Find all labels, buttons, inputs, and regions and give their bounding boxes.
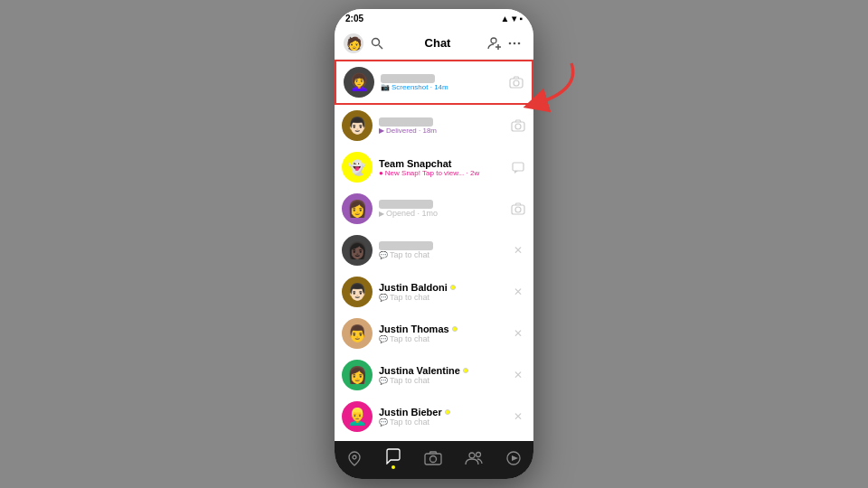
avatar-team-snapchat: 👻 bbox=[342, 152, 373, 183]
chat-name-justin-thomas: Justin Thomas bbox=[379, 324, 510, 334]
chat-action-team-snapchat[interactable] bbox=[510, 159, 526, 175]
avatar-blurred3: 👩🏿 bbox=[342, 235, 373, 266]
chat-name-testing: Testing bbox=[381, 74, 508, 83]
dismiss-justin-baldoni[interactable]: ✕ bbox=[510, 284, 526, 300]
chat-name-justin-baldoni: Justin Baldoni bbox=[379, 282, 510, 293]
chat-sub-blurred3: 💬 Tap to chat bbox=[379, 250, 510, 259]
svg-point-17 bbox=[429, 456, 436, 463]
dismiss-blurred3[interactable]: ✕ bbox=[510, 242, 526, 258]
svg-rect-12 bbox=[513, 163, 524, 171]
chat-name-justina-valentine: Justina Valentine bbox=[379, 365, 510, 376]
chat-info-testing: Testing 📷 Screenshot · 14m bbox=[381, 74, 508, 91]
avatar-justin-bieber: 👱‍♂️ bbox=[342, 401, 373, 432]
camera-action-testing[interactable] bbox=[508, 74, 524, 90]
svg-point-11 bbox=[515, 124, 521, 129]
chat-item-testing[interactable]: 👩‍🦱 Testing 📷 Screenshot · 14m bbox=[335, 60, 533, 105]
dismiss-justina-valentine[interactable]: ✕ bbox=[510, 367, 526, 383]
chat-info-blurred3: 💬 Tap to chat bbox=[379, 241, 510, 259]
nav-bar bbox=[335, 441, 533, 479]
chat-name-team-snapchat: Team Snapchat bbox=[379, 158, 510, 169]
chat-list: 👩‍🦱 Testing 📷 Screenshot · 14m bbox=[335, 60, 533, 441]
wifi-icon: ▾ bbox=[512, 14, 516, 23]
chat-name-blurred1 bbox=[379, 117, 510, 127]
avatar-justin-thomas: 👨 bbox=[342, 318, 373, 349]
chat-item-blurred1[interactable]: 👨🏻 ▶ Delivered · 18m bbox=[335, 105, 533, 146]
search-button[interactable] bbox=[368, 34, 386, 52]
svg-point-19 bbox=[476, 453, 481, 457]
chat-info-team-snapchat: Team Snapchat ● New Snap! Tap to view...… bbox=[379, 158, 510, 177]
nav-item-chat[interactable] bbox=[378, 445, 409, 473]
nav-item-camera[interactable] bbox=[417, 447, 449, 469]
chat-item-team-snapchat[interactable]: 👻 Team Snapchat ● New Snap! Tap to view.… bbox=[335, 146, 533, 188]
nav-item-stories[interactable] bbox=[498, 446, 529, 470]
svg-point-9 bbox=[514, 80, 519, 86]
chat-item-justin-bieber[interactable]: 👱‍♂️ Justin Bieber 💬 Tap to chat ✕ bbox=[335, 396, 533, 437]
status-bar: 2:05 ▲ ▾ ▪ bbox=[335, 9, 533, 27]
svg-rect-16 bbox=[425, 454, 441, 465]
chat-item-justin-thomas[interactable]: 👨 Justin Thomas 💬 Tap to chat ✕ bbox=[335, 313, 533, 354]
chat-sub-justin-bieber: 💬 Tap to chat bbox=[379, 418, 510, 427]
chat-sub-justin-thomas: 💬 Tap to chat bbox=[379, 334, 510, 343]
svg-point-5 bbox=[509, 42, 512, 44]
svg-point-2 bbox=[491, 38, 496, 43]
chat-info-justin-baldoni: Justin Baldoni 💬 Tap to chat bbox=[379, 282, 510, 302]
chat-item-justin-baldoni[interactable]: 👨🏻 Justin Baldoni 💬 Tap to chat ✕ bbox=[335, 271, 533, 313]
profile-avatar[interactable]: 🧑 bbox=[344, 33, 363, 53]
chat-info-justina-valentine: Justina Valentine 💬 Tap to chat bbox=[379, 365, 510, 385]
nav-item-map[interactable] bbox=[339, 446, 370, 470]
chat-item-justina-valentine[interactable]: 👩 Justina Valentine 💬 Tap to chat ✕ bbox=[335, 354, 533, 396]
nav-item-friends[interactable] bbox=[458, 447, 490, 469]
chat-sub-blurred1: ▶ Delivered · 18m bbox=[379, 127, 510, 135]
chat-item-blurred3[interactable]: 👩🏿 💬 Tap to chat ✕ bbox=[335, 230, 533, 271]
svg-marker-21 bbox=[512, 455, 518, 461]
chat-sub-justina-valentine: 💬 Tap to chat bbox=[379, 376, 510, 385]
chat-info-justin-bieber: Justin Bieber 💬 Tap to chat bbox=[379, 407, 510, 427]
status-icons: ▲ ▾ ▪ bbox=[501, 14, 523, 23]
chat-item-blurred2[interactable]: 👩 ▶ Opened · 1mo bbox=[335, 188, 533, 230]
signal-icon: ▲ bbox=[501, 14, 510, 23]
chat-sub-team-snapchat: ● New Snap! Tap to view... · 2w bbox=[379, 169, 510, 177]
chat-info-blurred1: ▶ Delivered · 18m bbox=[379, 117, 510, 135]
chat-item-gigi-hadid[interactable]: 👩🏼 Gigi Hadid 💬 Tap to chat ✕ bbox=[335, 437, 533, 441]
avatar-testing: 👩‍🦱 bbox=[344, 67, 374, 98]
more-options-button[interactable] bbox=[505, 33, 524, 53]
svg-point-18 bbox=[469, 453, 475, 458]
phone-frame: 2:05 ▲ ▾ ▪ 🧑 Chat bbox=[335, 9, 533, 479]
avatar-blurred2: 👩 bbox=[342, 193, 373, 224]
chat-name-blurred3 bbox=[379, 241, 510, 250]
svg-point-6 bbox=[514, 42, 516, 44]
chat-sub-testing: 📷 Screenshot · 14m bbox=[381, 83, 508, 91]
chat-sub-blurred2: ▶ Opened · 1mo bbox=[379, 209, 510, 218]
svg-point-15 bbox=[353, 455, 356, 459]
avatar-justina-valentine: 👩 bbox=[342, 360, 373, 390]
add-friend-button[interactable] bbox=[485, 33, 505, 53]
svg-line-1 bbox=[379, 45, 382, 49]
dismiss-justin-bieber[interactable]: ✕ bbox=[510, 408, 526, 425]
avatar-blurred1: 👨🏻 bbox=[342, 110, 373, 141]
chat-name-justin-bieber: Justin Bieber bbox=[379, 407, 510, 418]
svg-point-0 bbox=[373, 38, 380, 45]
camera-action-blurred2[interactable] bbox=[510, 201, 526, 217]
chat-info-justin-thomas: Justin Thomas 💬 Tap to chat bbox=[379, 324, 510, 343]
svg-point-14 bbox=[515, 207, 521, 212]
dismiss-justin-thomas[interactable]: ✕ bbox=[510, 325, 526, 342]
svg-point-7 bbox=[518, 42, 521, 44]
chat-sub-justin-baldoni: 💬 Tap to chat bbox=[379, 293, 510, 302]
time: 2:05 bbox=[345, 14, 363, 23]
chat-info-blurred2: ▶ Opened · 1mo bbox=[379, 200, 510, 218]
camera-action-blurred1[interactable] bbox=[510, 117, 526, 134]
battery-icon: ▪ bbox=[519, 14, 523, 23]
chat-notification-dot bbox=[392, 465, 395, 469]
chat-name-blurred2 bbox=[379, 200, 510, 209]
avatar-justin-baldoni: 👨🏻 bbox=[342, 277, 373, 307]
chat-header: 🧑 Chat bbox=[335, 27, 533, 60]
page-title: Chat bbox=[391, 36, 485, 50]
